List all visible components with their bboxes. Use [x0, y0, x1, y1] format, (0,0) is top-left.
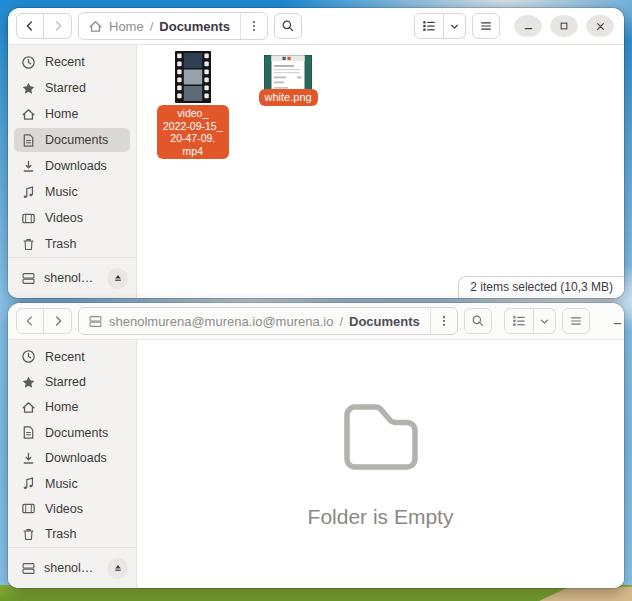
- eject-button[interactable]: [107, 268, 128, 289]
- sidebar-item-downloads[interactable]: Downloads: [14, 154, 130, 178]
- selection-status-bar: 2 items selected (10,3 MB): [458, 276, 624, 298]
- file-label-image: white.png: [259, 89, 318, 106]
- window-minimize-icon: [611, 315, 624, 328]
- document-icon: [21, 425, 36, 440]
- music-note-icon: [21, 476, 36, 491]
- empty-folder-title: Folder is Empty: [308, 505, 454, 529]
- chevron-down-icon: [448, 20, 461, 33]
- eject-icon: [113, 563, 123, 573]
- sidebar-device-mount[interactable]: shenolmuren…: [8, 548, 136, 588]
- document-icon: [21, 133, 36, 148]
- search-button[interactable]: [464, 308, 492, 334]
- forward-button[interactable]: [44, 308, 72, 334]
- video-icon: [21, 501, 36, 516]
- view-toggle-group: [414, 13, 466, 39]
- breadcrumb-root[interactable]: shenolmurena@murena.io@murena.io: [109, 314, 333, 329]
- search-icon: [281, 19, 295, 33]
- search-button[interactable]: [274, 13, 302, 39]
- home-icon: [21, 400, 36, 415]
- back-button[interactable]: [16, 308, 44, 334]
- maximize-button[interactable]: [550, 15, 578, 37]
- headerbar[interactable]: shenolmurena@murena.io@murena.io / Docum…: [8, 303, 624, 340]
- sidebar-item-documents[interactable]: Documents: [14, 128, 130, 152]
- star-icon: [21, 375, 36, 390]
- video-icon: [21, 211, 36, 226]
- breadcrumb-root[interactable]: Home: [109, 19, 144, 34]
- main-menu-button[interactable]: [472, 13, 500, 39]
- path-bar[interactable]: shenolmurena@murena.io@murena.io / Docum…: [78, 307, 458, 335]
- close-button[interactable]: [586, 15, 614, 37]
- star-icon: [21, 81, 36, 96]
- view-options-dropdown[interactable]: [534, 308, 556, 334]
- breadcrumb-current[interactable]: Documents: [159, 19, 230, 34]
- breadcrumb-separator: /: [150, 19, 154, 34]
- download-icon: [21, 159, 36, 174]
- home-icon: [88, 19, 103, 34]
- sidebar-item-trash[interactable]: Trash: [14, 232, 130, 256]
- file-item-image[interactable]: white.png: [259, 51, 318, 106]
- sidebar-item-videos[interactable]: Videos: [14, 206, 130, 230]
- nav-buttons: [16, 13, 72, 39]
- window-minimize-icon: [522, 20, 535, 33]
- sidebar-item-documents[interactable]: Documents: [14, 421, 130, 444]
- headerbar[interactable]: Home / Documents: [8, 8, 624, 45]
- trash-icon: [21, 527, 36, 542]
- sidebar-item-music[interactable]: Music: [14, 472, 130, 495]
- video-file-thumbnail: [175, 51, 211, 103]
- file-label-video: video_ 2022-09-15_ 20-47-09. mp4: [157, 105, 229, 159]
- search-icon: [471, 314, 485, 328]
- forward-icon: [51, 314, 65, 328]
- menu-dots-icon: [247, 19, 261, 33]
- list-view-icon: [422, 19, 436, 33]
- file-item-video[interactable]: video_ 2022-09-15_ 20-47-09. mp4: [157, 51, 229, 159]
- sidebar: RecentStarredHomeDocumentsDownloadsMusic…: [8, 45, 137, 298]
- sidebar-item-videos[interactable]: Videos: [14, 497, 130, 520]
- forward-button[interactable]: [44, 13, 72, 39]
- empty-folder-state: Folder is Empty: [137, 340, 624, 588]
- path-options-button[interactable]: [430, 308, 457, 334]
- window-maximize-icon: [558, 20, 570, 32]
- list-view-button[interactable]: [504, 308, 534, 334]
- file-grid: video_ 2022-09-15_ 20-47-09. mp4 white.p…: [137, 45, 624, 159]
- chevron-down-icon: [538, 315, 551, 328]
- path-options-button[interactable]: [240, 13, 267, 39]
- empty-folder-icon: [335, 399, 427, 475]
- forward-icon: [51, 19, 65, 33]
- eject-icon: [113, 273, 123, 283]
- back-button[interactable]: [16, 13, 44, 39]
- window-close-icon: [594, 20, 607, 33]
- view-options-dropdown[interactable]: [444, 13, 466, 39]
- sidebar-item-music[interactable]: Music: [14, 180, 130, 204]
- back-icon: [23, 19, 37, 33]
- breadcrumb-current[interactable]: Documents: [349, 314, 420, 329]
- sidebar-item-trash[interactable]: Trash: [14, 523, 130, 546]
- clock-icon: [21, 349, 36, 364]
- minimize-button[interactable]: [604, 310, 624, 332]
- back-icon: [23, 314, 37, 328]
- sidebar-item-recent[interactable]: Recent: [14, 345, 130, 368]
- sidebar-item-home[interactable]: Home: [14, 396, 130, 419]
- file-view[interactable]: Folder is Empty: [137, 340, 624, 588]
- list-view-button[interactable]: [414, 13, 444, 39]
- eject-button[interactable]: [107, 558, 128, 579]
- breadcrumb-separator: /: [339, 314, 343, 329]
- sidebar-item-home[interactable]: Home: [14, 102, 130, 126]
- path-bar[interactable]: Home / Documents: [78, 12, 268, 40]
- download-icon: [21, 451, 36, 466]
- minimize-button[interactable]: [514, 15, 542, 37]
- window-controls: [604, 310, 624, 332]
- sidebar-item-starred[interactable]: Starred: [14, 370, 130, 393]
- main-menu-button[interactable]: [562, 308, 590, 334]
- home-icon: [21, 107, 36, 122]
- sidebar-item-starred[interactable]: Starred: [14, 76, 130, 100]
- sidebar-item-downloads[interactable]: Downloads: [14, 447, 130, 470]
- nav-buttons: [16, 308, 72, 334]
- trash-icon: [21, 237, 36, 252]
- sidebar-device-mount[interactable]: shenolmuren…: [8, 258, 136, 298]
- drive-icon: [88, 314, 103, 329]
- window-controls: [514, 15, 614, 37]
- file-view[interactable]: video_ 2022-09-15_ 20-47-09. mp4 white.p…: [137, 45, 624, 298]
- hamburger-icon: [479, 19, 493, 33]
- hamburger-icon: [569, 314, 583, 328]
- sidebar-item-recent[interactable]: Recent: [14, 50, 130, 74]
